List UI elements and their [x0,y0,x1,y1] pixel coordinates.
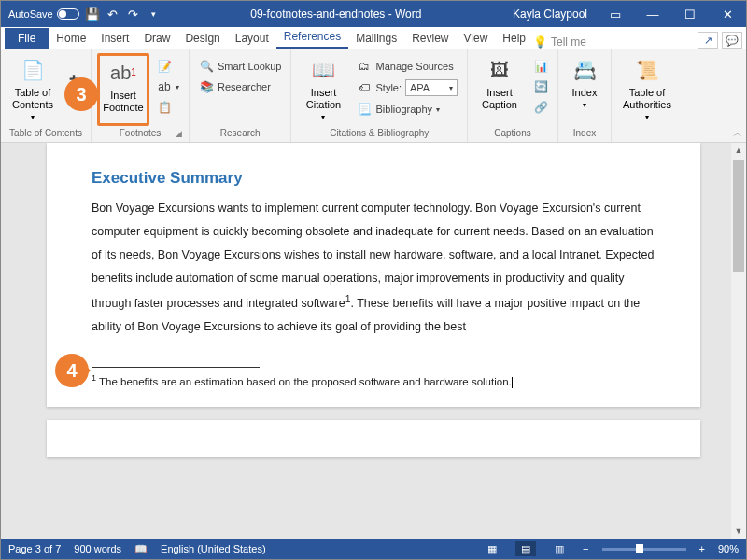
zoom-slider-handle[interactable] [636,544,643,553]
toa-label: Table of Authorities [623,87,671,111]
footnotes-dialog-launcher[interactable]: ◢ [176,129,187,140]
page-indicator[interactable]: Page 3 of 7 [8,543,61,554]
print-layout-icon[interactable]: ▤ [515,541,536,556]
footnote-text: The benefits are an estimation based on … [96,376,512,387]
next-page[interactable] [47,420,700,457]
table-of-contents-button[interactable]: 📄 Table of Contents ▾ [7,53,59,126]
word-count[interactable]: 900 words [74,543,121,554]
callout-4: 4 [55,354,89,387]
collapse-ribbon-icon[interactable]: ︿ [733,127,742,140]
next-footnote-button[interactable]: ab▾ [153,77,183,96]
autosave-toggle[interactable]: AutoSave [8,8,79,20]
tab-layout[interactable]: Layout [228,28,276,49]
smart-lookup-label: Smart Lookup [218,61,281,72]
ribbon-tabs: File Home Insert Draw Design Layout Refe… [1,27,746,49]
manage-sources-button[interactable]: 🗂Manage Sources [353,57,461,76]
cross-ref-icon: 🔗 [533,100,548,115]
group-label: Footnotes [97,126,183,140]
caption-icon: 🖼 [485,55,514,85]
style-select[interactable]: APA ▾ [405,79,458,96]
zoom-in-button[interactable]: + [699,543,705,554]
save-icon[interactable]: 💾 [85,7,100,21]
zoom-slider[interactable] [602,548,686,551]
tab-insert[interactable]: Insert [93,28,136,49]
toggle-off-icon[interactable] [57,8,79,20]
bibliography-button[interactable]: 📃Bibliography ▾ [353,100,461,119]
style-value: APA [410,82,430,93]
title-bar: AutoSave 💾 ↶ ↷ ▾ 09-footnotes-and-endnot… [1,1,746,27]
heading-executive-summary[interactable]: Executive Summary [92,169,655,188]
status-bar: Page 3 of 7 900 words 📖 English (United … [1,539,746,559]
chevron-down-icon: ▾ [321,113,325,122]
insert-caption-button[interactable]: 🖼 Insert Caption [473,53,526,126]
insert-citation-button[interactable]: 📖 Insert Citation ▾ [297,53,349,126]
style-dropdown[interactable]: 🏷 Style: APA ▾ [353,77,461,98]
show-notes-button[interactable]: 📋 [153,98,183,117]
vertical-scrollbar[interactable]: ▲ ▼ [731,143,746,539]
citation-icon: 📖 [308,55,338,85]
zoom-out-button[interactable]: − [583,543,588,554]
undo-icon[interactable]: ↶ [106,7,120,21]
scroll-down-icon[interactable]: ▼ [731,524,746,539]
scrollbar-thumb[interactable] [733,160,744,272]
style-label: Style: [375,82,402,93]
callout-4-number: 4 [66,360,77,382]
footnote-separator [92,367,260,368]
group-label: Citations & Bibliography [297,126,461,140]
language-indicator[interactable]: English (United States) [161,543,266,554]
toa-icon: 📜 [632,55,662,85]
body-paragraph[interactable]: Bon Voyage Excursions wants to implement… [92,197,655,339]
insert-caption-label: Insert Caption [482,87,517,111]
footnote-icon: ab1 [108,58,138,88]
manage-sources-label: Manage Sources [375,61,453,72]
autosave-label: AutoSave [8,8,53,20]
chevron-down-icon: ▾ [31,113,35,122]
researcher-button[interactable]: 📚Researcher [195,77,285,96]
style-icon: 🏷 [357,80,372,95]
figures-icon: 📊 [533,59,548,74]
tab-mailings[interactable]: Mailings [348,28,404,49]
bibliography-icon: 📃 [357,102,372,117]
qat-dropdown-icon[interactable]: ▾ [147,7,162,21]
tell-me-search[interactable]: 💡 Tell me [533,35,586,49]
tab-review[interactable]: Review [404,28,456,49]
page[interactable]: Executive Summary Bon Voyage Excursions … [47,143,700,407]
tab-file[interactable]: File [5,28,49,49]
update-icon: 🔄 [533,79,548,94]
footnote-1[interactable]: 1 The benefits are an estimation based o… [92,373,655,388]
insert-table-figures-button[interactable]: 📊 [529,57,552,76]
tab-draw[interactable]: Draw [136,28,177,49]
chevron-down-icon: ▾ [176,83,179,91]
tab-help[interactable]: Help [495,28,533,49]
redo-icon[interactable]: ↷ [126,7,141,21]
read-mode-icon[interactable]: ▦ [482,541,502,556]
group-research: 🔍Smart Lookup 📚Researcher Research [190,49,291,142]
index-button[interactable]: 📇 Index ▾ [564,53,605,126]
document-area[interactable]: Executive Summary Bon Voyage Excursions … [1,143,746,539]
maximize-icon[interactable]: ☐ [671,1,709,27]
share-button[interactable]: ↗ [698,32,718,49]
quick-access-toolbar: AutoSave 💾 ↶ ↷ ▾ [1,7,169,21]
cross-reference-button[interactable]: 🔗 [529,98,552,117]
insert-endnote-button[interactable]: 📝 [153,57,183,76]
user-name[interactable]: Kayla Claypool [503,7,597,21]
comments-button[interactable]: 💬 [722,32,742,49]
update-captions-button[interactable]: 🔄 [529,77,552,96]
ribbon-options-icon[interactable]: ▭ [597,1,634,27]
minimize-icon[interactable]: — [634,1,671,27]
lightbulb-icon: 💡 [533,35,547,49]
tab-home[interactable]: Home [49,28,93,49]
scroll-up-icon[interactable]: ▲ [731,143,746,158]
web-layout-icon[interactable]: ▥ [549,541,570,556]
table-of-authorities-button[interactable]: 📜 Table of Authorities ▾ [617,53,677,126]
body-text-1: Bon Voyage Excursions wants to implement… [92,202,654,310]
zoom-level[interactable]: 90% [718,543,739,554]
proofing-icon[interactable]: 📖 [134,543,148,555]
text-cursor [512,377,513,388]
smart-lookup-button[interactable]: 🔍Smart Lookup [195,57,285,76]
tab-design[interactable]: Design [177,28,227,49]
tab-references[interactable]: References [276,26,348,49]
tab-view[interactable]: View [457,28,496,49]
sources-icon: 🗂 [357,59,372,74]
close-icon[interactable]: ✕ [709,1,746,27]
